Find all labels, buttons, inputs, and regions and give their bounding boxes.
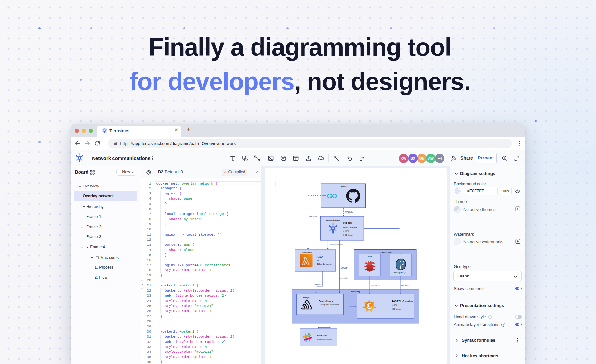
svg-text:AWS EC2 a1.4xlarge: AWS EC2 a1.4xlarge xyxy=(343,227,357,228)
svg-text:#sentry-issues channel: #sentry-issues channel xyxy=(317,339,332,341)
svg-text:AWS EC2 a1.medium: AWS EC2 a1.medium xyxy=(392,300,413,302)
svg-text:TALA: TALA xyxy=(317,255,323,258)
svg-text:- Free up to 5 K events/month: - Free up to 5 K events/month xyxy=(319,304,339,306)
svg-text:notify: notify xyxy=(327,326,331,328)
svg-text:Sentry Errors: Sentry Errors xyxy=(319,300,333,302)
svg-text:GO: GO xyxy=(327,192,337,200)
svg-text:Sentry.io: Sentry.io xyxy=(303,297,310,299)
svg-text:32 GiB Memory: 32 GiB Memory xyxy=(343,234,353,236)
svg-text:app.terrastruct.com: app.terrastruct.com xyxy=(326,219,340,221)
svg-text:monitoring: monitoring xyxy=(351,291,360,293)
svg-text:x86: x86 xyxy=(317,260,319,261)
svg-text:deploy: deploy xyxy=(309,215,317,218)
svg-text:logs / metrics: logs / metrics xyxy=(339,277,348,279)
svg-text:PostgreSQL: PostgreSQL xyxy=(394,271,407,274)
svg-text:AWS Lambda: AWS Lambda xyxy=(302,252,312,254)
svg-text:deploy: deploy xyxy=(345,211,353,214)
svg-text:errors: errors xyxy=(315,283,322,286)
svg-text:metrics: metrics xyxy=(401,284,410,287)
svg-text:Web app: Web app xyxy=(343,222,352,224)
svg-text:$.20 per 1M requests: $.20 per 1M requests xyxy=(317,263,332,265)
svg-text:Renders D2 diagrams: Renders D2 diagrams xyxy=(329,244,344,246)
svg-text:errors: errors xyxy=(341,266,348,269)
svg-text:1 vCPU: 1 vCPU xyxy=(392,304,397,306)
svg-text:US East (Ohio): US East (Ohio) xyxy=(379,252,392,253)
svg-text:Source: Source xyxy=(340,185,347,187)
svg-text:metrics: metrics xyxy=(371,284,380,287)
svg-text:Redis: Redis xyxy=(368,256,372,258)
svg-text:2 GiB Memory: 2 GiB Memory xyxy=(392,308,401,310)
svg-text:16 vCPU: 16 vCPU xyxy=(343,230,349,232)
svg-text:slack.com: slack.com xyxy=(317,334,327,336)
